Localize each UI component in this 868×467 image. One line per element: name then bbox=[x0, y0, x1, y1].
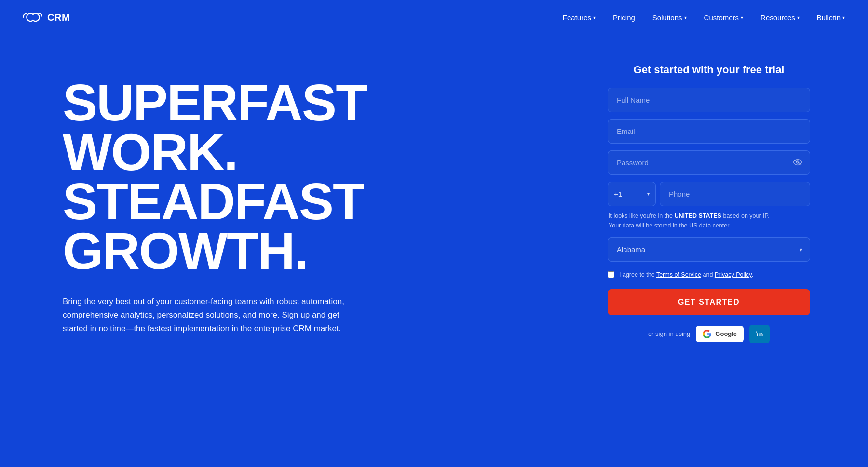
signup-form-panel: Get started with your free trial +1 ▾ bbox=[608, 64, 810, 343]
chevron-down-icon: ▾ bbox=[797, 15, 800, 20]
logo[interactable]: CRM bbox=[23, 11, 70, 24]
google-icon bbox=[703, 330, 711, 338]
signin-row: or sign in using Google bbox=[608, 325, 810, 343]
terms-text: I agree to the Terms of Service and Priv… bbox=[619, 270, 753, 280]
chevron-down-icon: ▾ bbox=[741, 15, 743, 20]
get-started-button[interactable]: GET STARTED bbox=[608, 289, 810, 315]
country-code-selector[interactable]: +1 ▾ bbox=[608, 182, 656, 206]
nav-pricing[interactable]: Pricing bbox=[613, 13, 635, 22]
nav-bulletin[interactable]: Bulletin ▾ bbox=[817, 13, 845, 22]
signin-label: or sign in using bbox=[648, 330, 690, 337]
terms-row: I agree to the Terms of Service and Priv… bbox=[608, 270, 810, 280]
chevron-down-icon: ▾ bbox=[842, 15, 845, 20]
fullname-input[interactable] bbox=[608, 88, 810, 112]
google-label: Google bbox=[715, 330, 737, 337]
nav-links: Features ▾ Pricing Solutions ▾ Customers… bbox=[563, 13, 845, 22]
country-code-value: +1 bbox=[614, 190, 622, 198]
terms-checkbox[interactable] bbox=[608, 271, 614, 278]
password-input[interactable] bbox=[608, 150, 810, 175]
phone-input[interactable] bbox=[660, 182, 810, 206]
chevron-down-icon: ▾ bbox=[647, 191, 650, 197]
nav-resources[interactable]: Resources ▾ bbox=[760, 13, 800, 22]
privacy-policy-link[interactable]: Privacy Policy bbox=[715, 271, 752, 278]
phone-row: +1 ▾ bbox=[608, 182, 810, 206]
hero-subtext: Bring the very best out of your customer… bbox=[63, 295, 362, 335]
nav-customers[interactable]: Customers ▾ bbox=[704, 13, 744, 22]
hero-section: SUPERFAST WORK. STEADFAST GROWTH. Bring … bbox=[63, 64, 391, 336]
terms-of-service-link[interactable]: Terms of Service bbox=[656, 271, 701, 278]
nav-solutions[interactable]: Solutions ▾ bbox=[652, 13, 687, 22]
google-signin-button[interactable]: Google bbox=[696, 326, 744, 342]
nav-features[interactable]: Features ▾ bbox=[563, 13, 596, 22]
logo-text: CRM bbox=[47, 12, 70, 23]
email-field bbox=[608, 119, 810, 144]
hero-headline: SUPERFAST WORK. STEADFAST GROWTH. bbox=[63, 78, 391, 276]
svg-rect-2 bbox=[754, 329, 765, 339]
chevron-down-icon: ▾ bbox=[684, 15, 687, 20]
navbar: CRM Features ▾ Pricing Solutions ▾ Custo… bbox=[0, 0, 868, 35]
linkedin-signin-button[interactable] bbox=[749, 325, 770, 343]
main-content: SUPERFAST WORK. STEADFAST GROWTH. Bring … bbox=[0, 35, 868, 372]
state-select[interactable]: Alabama Alaska Arizona Arkansas Californ… bbox=[608, 237, 810, 262]
ip-notice: It looks like you're in the UNITED STATE… bbox=[608, 211, 810, 230]
form-title: Get started with your free trial bbox=[608, 64, 810, 76]
email-input[interactable] bbox=[608, 119, 810, 144]
linkedin-icon bbox=[754, 329, 765, 339]
chevron-down-icon: ▾ bbox=[593, 15, 596, 20]
password-toggle-icon[interactable] bbox=[793, 158, 802, 168]
fullname-field bbox=[608, 88, 810, 112]
logo-icon bbox=[23, 11, 42, 24]
state-selector-wrapper: Alabama Alaska Arizona Arkansas Californ… bbox=[608, 237, 810, 262]
password-field bbox=[608, 150, 810, 175]
